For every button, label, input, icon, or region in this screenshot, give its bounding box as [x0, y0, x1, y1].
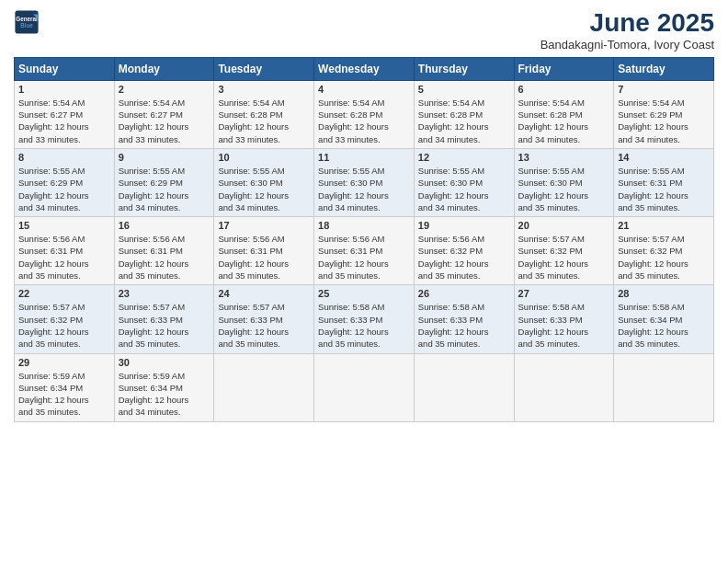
day-number: 22: [18, 288, 110, 299]
calendar-cell: 18Sunrise: 5:56 AM Sunset: 6:31 PM Dayli…: [314, 217, 415, 285]
logo-icon: General Blue: [14, 9, 40, 35]
calendar-cell: 23Sunrise: 5:57 AM Sunset: 6:33 PM Dayli…: [114, 285, 214, 353]
subtitle: Bandakagni-Tomora, Ivory Coast: [540, 38, 714, 52]
logo: General Blue: [14, 9, 40, 35]
day-of-week-sunday: Sunday: [15, 57, 115, 80]
calendar-header: SundayMondayTuesdayWednesdayThursdayFrid…: [15, 57, 714, 80]
calendar-cell: 15Sunrise: 5:56 AM Sunset: 6:31 PM Dayli…: [15, 217, 115, 285]
calendar-cell: 28Sunrise: 5:58 AM Sunset: 6:34 PM Dayli…: [614, 285, 714, 353]
page: General Blue June 2025 Bandakagni-Tomora…: [0, 0, 728, 563]
day-info: Sunrise: 5:55 AM Sunset: 6:29 PM Dayligh…: [119, 165, 210, 213]
day-number: 5: [418, 84, 510, 95]
day-info: Sunrise: 5:57 AM Sunset: 6:32 PM Dayligh…: [518, 233, 610, 282]
day-number: 13: [518, 152, 610, 163]
day-number: 17: [218, 220, 310, 231]
calendar-cell: 8Sunrise: 5:55 AM Sunset: 6:29 PM Daylig…: [15, 148, 115, 216]
day-info: Sunrise: 5:54 AM Sunset: 6:28 PM Dayligh…: [218, 97, 310, 145]
day-of-week-monday: Monday: [114, 57, 214, 80]
header: General Blue June 2025 Bandakagni-Tomora…: [14, 9, 714, 52]
day-number: 21: [618, 220, 710, 231]
day-info: Sunrise: 5:55 AM Sunset: 6:30 PM Dayligh…: [318, 165, 410, 213]
calendar-cell: 27Sunrise: 5:58 AM Sunset: 6:33 PM Dayli…: [514, 285, 614, 353]
svg-text:General: General: [16, 16, 38, 22]
day-info: Sunrise: 5:56 AM Sunset: 6:32 PM Dayligh…: [418, 233, 510, 282]
day-info: Sunrise: 5:57 AM Sunset: 6:32 PM Dayligh…: [618, 233, 710, 282]
day-number: 3: [218, 84, 310, 95]
day-info: Sunrise: 5:55 AM Sunset: 6:30 PM Dayligh…: [218, 165, 310, 213]
day-info: Sunrise: 5:58 AM Sunset: 6:33 PM Dayligh…: [518, 301, 610, 350]
day-info: Sunrise: 5:55 AM Sunset: 6:30 PM Dayligh…: [518, 165, 610, 213]
day-info: Sunrise: 5:57 AM Sunset: 6:32 PM Dayligh…: [18, 301, 110, 350]
calendar-cell: 1Sunrise: 5:54 AM Sunset: 6:27 PM Daylig…: [15, 80, 115, 148]
day-info: Sunrise: 5:59 AM Sunset: 6:34 PM Dayligh…: [18, 370, 110, 419]
calendar-cell: 20Sunrise: 5:57 AM Sunset: 6:32 PM Dayli…: [514, 217, 614, 285]
day-number: 28: [618, 288, 710, 299]
calendar-cell: 26Sunrise: 5:58 AM Sunset: 6:33 PM Dayli…: [414, 285, 514, 353]
calendar-cell: 5Sunrise: 5:54 AM Sunset: 6:28 PM Daylig…: [414, 80, 514, 148]
day-info: Sunrise: 5:56 AM Sunset: 6:31 PM Dayligh…: [18, 233, 110, 282]
day-number: 25: [318, 288, 410, 299]
calendar-cell: 9Sunrise: 5:55 AM Sunset: 6:29 PM Daylig…: [114, 148, 214, 216]
day-number: 11: [318, 152, 410, 163]
calendar-cell: 21Sunrise: 5:57 AM Sunset: 6:32 PM Dayli…: [614, 217, 714, 285]
day-number: 7: [618, 84, 710, 95]
calendar-cell: 3Sunrise: 5:54 AM Sunset: 6:28 PM Daylig…: [214, 80, 314, 148]
day-number: 30: [119, 357, 210, 368]
calendar-cell: [214, 353, 314, 421]
month-title: June 2025: [540, 9, 714, 38]
calendar-cell: 12Sunrise: 5:55 AM Sunset: 6:30 PM Dayli…: [414, 148, 514, 216]
day-info: Sunrise: 5:56 AM Sunset: 6:31 PM Dayligh…: [218, 233, 310, 282]
calendar-cell: 17Sunrise: 5:56 AM Sunset: 6:31 PM Dayli…: [214, 217, 314, 285]
calendar-cell: 24Sunrise: 5:57 AM Sunset: 6:33 PM Dayli…: [214, 285, 314, 353]
calendar-cell: [414, 353, 514, 421]
day-info: Sunrise: 5:54 AM Sunset: 6:28 PM Dayligh…: [318, 97, 410, 145]
calendar-cell: 4Sunrise: 5:54 AM Sunset: 6:28 PM Daylig…: [314, 80, 415, 148]
day-number: 26: [418, 288, 510, 299]
day-of-week-tuesday: Tuesday: [214, 57, 314, 80]
day-info: Sunrise: 5:54 AM Sunset: 6:29 PM Dayligh…: [618, 97, 710, 145]
day-info: Sunrise: 5:56 AM Sunset: 6:31 PM Dayligh…: [119, 233, 210, 282]
calendar-cell: 14Sunrise: 5:55 AM Sunset: 6:31 PM Dayli…: [614, 148, 714, 216]
calendar-table: SundayMondayTuesdayWednesdayThursdayFrid…: [14, 57, 714, 422]
day-number: 19: [418, 220, 510, 231]
day-number: 23: [119, 288, 210, 299]
day-of-week-saturday: Saturday: [614, 57, 714, 80]
day-number: 15: [18, 220, 110, 231]
day-number: 18: [318, 220, 410, 231]
day-info: Sunrise: 5:57 AM Sunset: 6:33 PM Dayligh…: [218, 301, 310, 350]
title-block: June 2025 Bandakagni-Tomora, Ivory Coast: [540, 9, 714, 52]
day-number: 29: [18, 357, 110, 368]
calendar-cell: 11Sunrise: 5:55 AM Sunset: 6:30 PM Dayli…: [314, 148, 415, 216]
day-number: 10: [218, 152, 310, 163]
day-number: 12: [418, 152, 510, 163]
day-info: Sunrise: 5:54 AM Sunset: 6:28 PM Dayligh…: [418, 97, 510, 145]
day-number: 24: [218, 288, 310, 299]
day-info: Sunrise: 5:54 AM Sunset: 6:27 PM Dayligh…: [18, 97, 110, 145]
day-number: 9: [119, 152, 210, 163]
calendar-cell: 16Sunrise: 5:56 AM Sunset: 6:31 PM Dayli…: [114, 217, 214, 285]
calendar-cell: 25Sunrise: 5:58 AM Sunset: 6:33 PM Dayli…: [314, 285, 415, 353]
calendar-cell: 2Sunrise: 5:54 AM Sunset: 6:27 PM Daylig…: [114, 80, 214, 148]
day-info: Sunrise: 5:58 AM Sunset: 6:33 PM Dayligh…: [318, 301, 410, 350]
day-number: 8: [18, 152, 110, 163]
calendar-cell: 19Sunrise: 5:56 AM Sunset: 6:32 PM Dayli…: [414, 217, 514, 285]
week-row-5: 29Sunrise: 5:59 AM Sunset: 6:34 PM Dayli…: [15, 353, 714, 421]
day-number: 14: [618, 152, 710, 163]
day-info: Sunrise: 5:59 AM Sunset: 6:34 PM Dayligh…: [119, 370, 210, 419]
day-number: 1: [18, 84, 110, 95]
day-info: Sunrise: 5:57 AM Sunset: 6:33 PM Dayligh…: [119, 301, 210, 350]
day-info: Sunrise: 5:55 AM Sunset: 6:29 PM Dayligh…: [18, 165, 110, 213]
day-of-week-thursday: Thursday: [414, 57, 514, 80]
day-number: 16: [119, 220, 210, 231]
calendar-cell: 29Sunrise: 5:59 AM Sunset: 6:34 PM Dayli…: [15, 353, 115, 421]
day-info: Sunrise: 5:55 AM Sunset: 6:30 PM Dayligh…: [418, 165, 510, 213]
day-number: 6: [518, 84, 610, 95]
day-info: Sunrise: 5:58 AM Sunset: 6:33 PM Dayligh…: [418, 301, 510, 350]
day-info: Sunrise: 5:55 AM Sunset: 6:31 PM Dayligh…: [618, 165, 710, 213]
calendar-cell: [314, 353, 415, 421]
calendar-cell: [514, 353, 614, 421]
day-number: 4: [318, 84, 410, 95]
calendar-body: 1Sunrise: 5:54 AM Sunset: 6:27 PM Daylig…: [15, 80, 714, 421]
calendar-cell: 22Sunrise: 5:57 AM Sunset: 6:32 PM Dayli…: [15, 285, 115, 353]
day-of-week-wednesday: Wednesday: [314, 57, 415, 80]
